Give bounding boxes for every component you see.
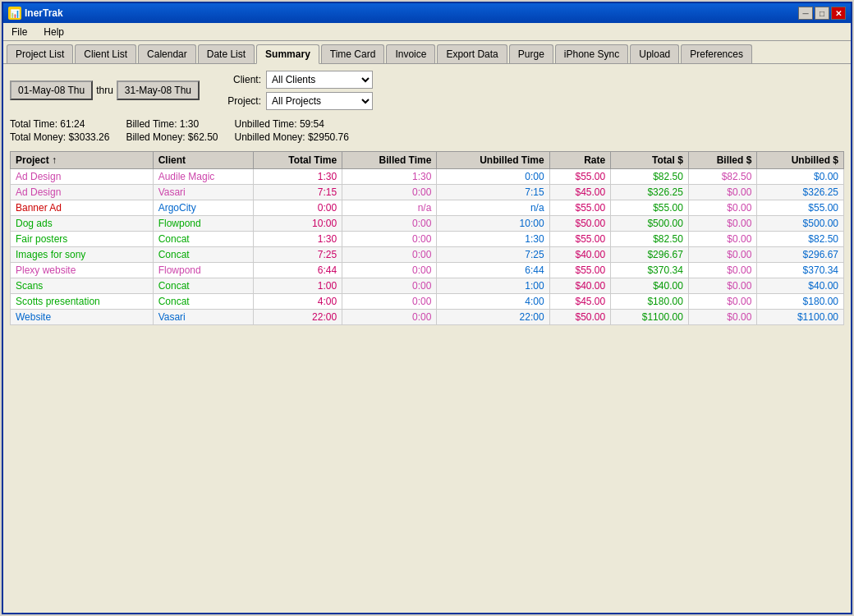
tab-client-list[interactable]: Client List (75, 44, 136, 63)
col-header-project[interactable]: Project ↑ (11, 152, 154, 169)
col-header-billed-time[interactable]: Billed Time (342, 152, 437, 169)
project-select[interactable]: All Projects (266, 92, 373, 110)
col-header-total-dollar[interactable]: Total $ (611, 152, 689, 169)
cell-2: 6:44 (254, 263, 342, 278)
close-button[interactable]: ✕ (831, 7, 846, 20)
thru-label: thru (96, 85, 113, 96)
cell-7: $0.00 (688, 185, 757, 200)
stat-billed: Billed Time: 1:30 Billed Money: $62.50 (126, 118, 218, 143)
tab-preferences[interactable]: Preferences (681, 44, 752, 63)
cell-6: $180.00 (611, 294, 689, 310)
table-body: Ad DesignAudile Magic1:301:300:00$55.00$… (11, 169, 844, 325)
cell-8: $370.34 (757, 263, 844, 278)
col-header-billed-dollar[interactable]: Billed $ (688, 152, 757, 169)
cell-5: $55.00 (549, 232, 611, 247)
table-row[interactable]: WebsiteVasari22:000:0022:00$50.00$1100.0… (11, 310, 844, 325)
cell-2: 22:00 (254, 310, 342, 325)
date-to-button[interactable]: 31-May-08 Thu (117, 80, 200, 100)
unbilled-time-value: 59:54 (300, 118, 324, 130)
title-buttons: ─ □ ✕ (798, 7, 846, 20)
col-header-rate[interactable]: Rate (549, 152, 611, 169)
date-from-button[interactable]: 01-May-08 Thu (10, 80, 93, 100)
menu-help[interactable]: Help (39, 25, 69, 39)
cell-3: 0:00 (342, 216, 437, 232)
table-row[interactable]: Ad DesignAudile Magic1:301:300:00$55.00$… (11, 169, 844, 185)
col-header-unbilled-time[interactable]: Unbilled Time (437, 152, 549, 169)
billed-money-line: Billed Money: $62.50 (126, 131, 218, 143)
unbilled-time-line: Unbilled Time: 59:54 (235, 118, 349, 130)
minimize-button[interactable]: ─ (798, 7, 813, 20)
cell-0: Plexy website (11, 263, 154, 278)
table-container: Project ↑ Client Total Time Billed Time … (10, 151, 844, 606)
cell-4: 7:25 (437, 247, 549, 263)
cell-6: $82.50 (611, 169, 689, 185)
billed-money-label: Billed Money: (126, 131, 187, 143)
total-money-value: $3033.26 (68, 131, 109, 143)
cell-3: 0:00 (342, 310, 437, 325)
cell-5: $45.00 (549, 294, 611, 310)
cell-1: Concat (153, 278, 254, 294)
cell-1: Flowpond (153, 263, 254, 278)
cell-2: 1:30 (254, 232, 342, 247)
billed-time-line: Billed Time: 1:30 (126, 118, 218, 130)
cell-2: 1:00 (254, 278, 342, 294)
cell-0: Fair posters (11, 232, 154, 247)
cell-4: 22:00 (437, 310, 549, 325)
main-window: 📊 InerTrak ─ □ ✕ File Help Project List … (2, 2, 852, 614)
client-filter-row: Client: All Clients (224, 71, 373, 89)
tab-invoice[interactable]: Invoice (386, 44, 435, 63)
table-row[interactable]: Scotts presentationConcat4:000:004:00$45… (11, 294, 844, 310)
cell-7: $0.00 (688, 200, 757, 216)
tab-date-list[interactable]: Date List (198, 44, 255, 63)
cell-1: Audile Magic (153, 169, 254, 185)
tab-iphone-sync[interactable]: iPhone Sync (555, 44, 628, 63)
table-row[interactable]: Banner AdArgoCity0:00n/an/a$55.00$55.00$… (11, 200, 844, 216)
table-row[interactable]: Images for sonyConcat7:250:007:25$40.00$… (11, 247, 844, 263)
unbilled-time-label: Unbilled Time: (235, 118, 300, 130)
cell-8: $326.25 (757, 185, 844, 200)
table-row[interactable]: ScansConcat1:000:001:00$40.00$40.00$0.00… (11, 278, 844, 294)
col-header-total-time[interactable]: Total Time (254, 152, 342, 169)
cell-0: Dog ads (11, 216, 154, 232)
cell-0: Scans (11, 278, 154, 294)
table-row[interactable]: Fair postersConcat1:300:001:30$55.00$82.… (11, 232, 844, 247)
cell-7: $82.50 (688, 169, 757, 185)
billed-money-value: $62.50 (188, 131, 218, 143)
cell-7: $0.00 (688, 247, 757, 263)
table-row[interactable]: Ad DesignVasari7:150:007:15$45.00$326.25… (11, 185, 844, 200)
maximize-button[interactable]: □ (815, 7, 829, 20)
tab-calendar[interactable]: Calendar (138, 44, 196, 63)
tab-purge[interactable]: Purge (509, 44, 553, 63)
billed-time-value: 1:30 (180, 118, 199, 130)
total-time-label: Total Time: (10, 118, 60, 130)
tab-summary[interactable]: Summary (256, 44, 319, 64)
client-select[interactable]: All Clients (266, 71, 373, 89)
stat-unbilled: Unbilled Time: 59:54 Unbilled Money: $29… (235, 118, 349, 143)
col-header-client[interactable]: Client (153, 152, 254, 169)
cell-6: $55.00 (611, 200, 689, 216)
cell-4: 0:00 (437, 169, 549, 185)
table-row[interactable]: Dog adsFlowpond10:000:0010:00$50.00$500.… (11, 216, 844, 232)
cell-1: Concat (153, 294, 254, 310)
cell-1: ArgoCity (153, 200, 254, 216)
cell-5: $55.00 (549, 200, 611, 216)
cell-8: $180.00 (757, 294, 844, 310)
menu-file[interactable]: File (7, 25, 32, 39)
cell-4: n/a (437, 200, 549, 216)
cell-8: $82.50 (757, 232, 844, 247)
tab-export-data[interactable]: Export Data (437, 44, 507, 63)
tab-project-list[interactable]: Project List (7, 44, 73, 63)
tab-time-card[interactable]: Time Card (321, 44, 385, 63)
cell-3: 0:00 (342, 294, 437, 310)
cell-3: 0:00 (342, 263, 437, 278)
cell-8: $500.00 (757, 216, 844, 232)
project-filter-row: Project: All Projects (224, 92, 373, 110)
cell-2: 10:00 (254, 216, 342, 232)
cell-5: $50.00 (549, 216, 611, 232)
summary-table: Project ↑ Client Total Time Billed Time … (10, 151, 844, 325)
client-label: Client: (224, 74, 261, 85)
stats-row: Total Time: 61:24 Total Money: $3033.26 … (10, 115, 844, 146)
col-header-unbilled-dollar[interactable]: Unbilled $ (757, 152, 844, 169)
tab-upload[interactable]: Upload (630, 44, 679, 63)
table-row[interactable]: Plexy websiteFlowpond6:440:006:44$55.00$… (11, 263, 844, 278)
